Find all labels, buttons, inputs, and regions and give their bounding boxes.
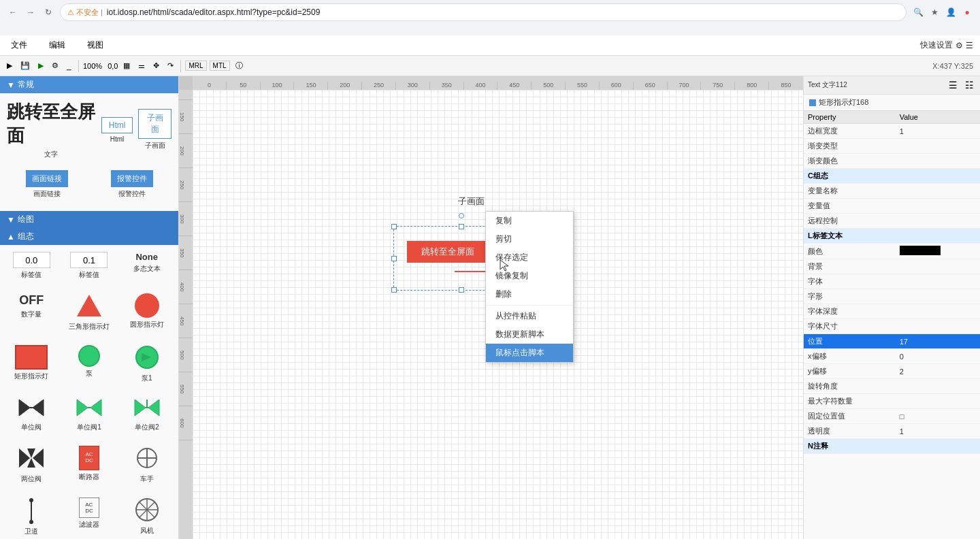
prop-value <box>896 154 980 169</box>
quick-settings[interactable]: 快速设置 ⚙ ☰ <box>920 39 973 51</box>
address-bar[interactable]: ⚠ 不安全 | iot.idosp.net/html/scada/editor.… <box>60 3 906 21</box>
sidebar-item-html[interactable]: Html Html <box>99 114 136 146</box>
prop-name: y偏移 <box>804 364 896 379</box>
back-button[interactable]: ← <box>7 6 19 18</box>
canvas-red-button[interactable]: 跳转至全屏面 <box>407 241 489 263</box>
ruler-mark: 300 <box>396 82 430 90</box>
grid-icon[interactable]: ▦ <box>120 60 133 71</box>
text-label: 文字 <box>44 150 58 159</box>
section-drawing-header[interactable]: ▼ 绘图 <box>0 211 178 228</box>
info-btn[interactable]: ⓘ <box>233 59 246 72</box>
ctx-delete[interactable]: 删除 <box>486 285 573 304</box>
refresh-button[interactable]: ↻ <box>42 6 54 18</box>
menu-view[interactable]: 视图 <box>83 38 108 52</box>
ctx-paste-from-control[interactable]: 从控件粘贴 <box>486 307 573 325</box>
sidebar-item-circle[interactable]: 圆形指示灯 <box>118 291 176 334</box>
sidebar-item-unit-valve[interactable]: 单位阀 <box>3 394 61 435</box>
prop-name: 远程控制 <box>804 214 896 229</box>
move-icon[interactable]: ✥ <box>150 60 162 71</box>
tag-val2-input[interactable] <box>70 252 108 268</box>
huamian-button[interactable]: 画面链接 <box>26 170 68 187</box>
html-button[interactable]: Html <box>101 117 133 133</box>
search-icon[interactable]: 🔍 <box>912 6 924 18</box>
drawing-canvas[interactable]: 子画面 ✎ 跳转至全屏面 <box>193 90 803 539</box>
settings-tool[interactable]: ⚙ <box>49 60 61 71</box>
sidebar-item-digital[interactable]: OFF 数字量 <box>3 291 61 334</box>
sidebar-row-text: 跳转至全屏面 文字 Html Html 子画面 子画面 <box>4 97 174 162</box>
sidebar-item-acdc[interactable]: ACDC 滤波器 <box>61 495 118 539</box>
sidebar-item-breaker[interactable]: ACDC 断路器 <box>61 443 118 487</box>
zijumian-button[interactable]: 子画面 <box>138 109 172 139</box>
prop-name: 变量名称 <box>804 184 896 199</box>
prop-name: 背景 <box>804 259 896 274</box>
sidebar-item-multistate[interactable]: None 多态文本 <box>118 249 176 282</box>
list-icon[interactable]: ☷ <box>962 78 976 92</box>
sidebar-item-rect[interactable]: 矩形指示灯 <box>3 342 61 386</box>
minus-tool[interactable]: ⎯ <box>64 61 74 71</box>
prop-row: 变量名称 <box>804 184 980 199</box>
ctx-save-selection[interactable]: 保存选定 <box>486 248 573 267</box>
run-button[interactable]: ▶ <box>35 60 46 71</box>
ruler-mark: 100 <box>261 82 295 90</box>
ruler-mark: 450 <box>497 82 532 90</box>
align-icon[interactable]: ⚌ <box>135 60 148 71</box>
canvas-area[interactable]: 0 50 100 150 200 250 300 350 400 450 500… <box>179 76 803 539</box>
ctx-mirror-copy[interactable]: 镜像复制 <box>486 267 573 285</box>
ctx-copy[interactable]: 复制 <box>486 212 573 230</box>
prop-name: 透明度 <box>804 424 896 439</box>
account-icon[interactable]: 👤 <box>945 6 957 18</box>
sidebar-item-text[interactable]: 跳转至全屏面 文字 <box>4 97 99 162</box>
rect-indicator-icon <box>15 345 48 370</box>
sidebar-item-zijumian[interactable]: 子画面 子画面 <box>135 106 174 153</box>
tag-val1-input[interactable] <box>13 252 50 268</box>
prop-row: 旋转角度 <box>804 379 980 394</box>
sidebar-item-pump[interactable]: 泵 <box>61 342 118 386</box>
sidebar-item-pump1[interactable]: 泵1 <box>118 342 176 386</box>
baojing-button[interactable]: 报警控件 <box>111 170 153 187</box>
sidebar-item-baojing[interactable]: 报警控件 报警控件 <box>108 167 156 201</box>
prop-row: 变量值 <box>804 199 980 214</box>
ctx-update-script[interactable]: 数据更新脚本 <box>486 325 573 344</box>
breaker-icon: ACDC <box>79 446 99 470</box>
expand-icon: ☰ <box>966 41 973 50</box>
h-btn[interactable]: MTL <box>210 61 230 71</box>
svg-marker-4 <box>33 399 44 416</box>
sidebar-item-unit-valve2[interactable]: 单位阀2 <box>118 394 176 435</box>
zijumian-text-element: 子画面 <box>458 195 485 208</box>
sidebar-item-huamian[interactable]: 画面链接 画面链接 <box>23 167 71 201</box>
main-layout: ▼ 常规 跳转至全屏面 文字 Html Html 子画面 子画面 <box>0 76 980 539</box>
bookmark-icon[interactable]: ★ <box>928 6 941 18</box>
sidebar-item-unit-valve1[interactable]: 单位阀1 <box>61 394 118 435</box>
w-btn[interactable]: MRL <box>185 61 206 71</box>
extension-icon[interactable]: ● <box>961 6 973 18</box>
sidebar-item-car-hand[interactable]: 车手 <box>118 443 176 487</box>
prop-name: 字形 <box>804 289 896 304</box>
another-icon[interactable]: ↷ <box>165 60 176 71</box>
menu-edit[interactable]: 编辑 <box>45 38 69 52</box>
section-normal-header[interactable]: ▼ 常规 <box>0 76 178 93</box>
coords-xy: X:437 Y:325 <box>930 61 976 71</box>
sidebar-item-triangle[interactable]: 三角形指示灯 <box>61 291 118 334</box>
prop-value <box>896 214 980 229</box>
ctx-cut[interactable]: 剪切 <box>486 230 573 248</box>
sidebar-item-tagval2[interactable]: 标签值 <box>61 249 118 282</box>
pump-icon <box>78 345 100 367</box>
sidebar-item-fan[interactable]: 风机 <box>118 495 176 539</box>
sidebar-item-line[interactable]: 卫道 <box>3 495 61 539</box>
forward-button[interactable]: → <box>24 6 37 18</box>
section-state-header[interactable]: ▲ 组态 <box>0 228 178 245</box>
menu-file[interactable]: 文件 <box>7 38 31 52</box>
prop-value <box>896 139 980 154</box>
col-property: Property <box>804 111 896 124</box>
vruler-mark: 500 <box>179 338 193 372</box>
sidebar-item-tagval1[interactable]: 标签值 <box>3 249 61 282</box>
sidebar-item-two-valve[interactable]: 两位阀 <box>3 443 61 487</box>
vruler-mark: 250 <box>179 168 193 202</box>
ctx-click-script[interactable]: 鼠标点击脚本 <box>486 344 573 362</box>
save-button[interactable]: 💾 <box>18 60 33 71</box>
unit-valve1-icon <box>74 397 104 421</box>
select-tool[interactable]: ▶ <box>4 60 15 71</box>
zijumian-label: 子画面 <box>145 141 165 150</box>
sort-icon[interactable]: ☰ <box>946 78 960 92</box>
svg-marker-6 <box>77 399 88 416</box>
